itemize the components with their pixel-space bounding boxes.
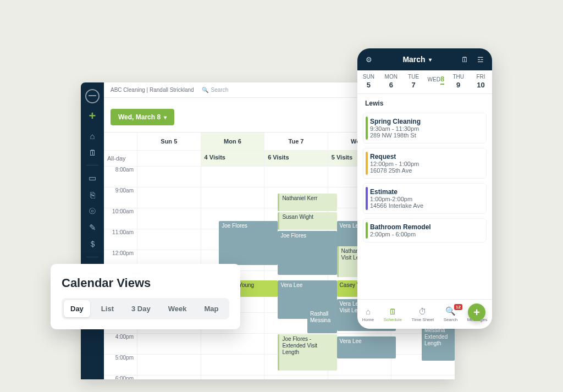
card-address: 14566 Interlake Ave (370, 202, 482, 209)
calendar-event[interactable]: Susan Wight (278, 212, 336, 230)
crumb-user: Randall Strickland (150, 87, 194, 93)
time-label: 10:00am (104, 208, 137, 229)
calendar-event[interactable]: Rashall Messina (307, 309, 337, 333)
view-option-list[interactable]: List (95, 300, 120, 317)
cell[interactable] (137, 354, 201, 375)
requests-icon[interactable]: ⎘ (86, 189, 98, 201)
cell[interactable] (264, 375, 328, 379)
col-header: Sun 5 (137, 132, 201, 150)
clients-icon[interactable]: ▭ (86, 172, 98, 184)
calendar-views-popover: Calendar Views DayList3 DayWeekMap (51, 264, 240, 329)
calendar-event[interactable]: Joe Flores (278, 231, 336, 275)
sidebar: + ⌂ 🗓 ▭ ⎘ ⦾ ✎ ＄ ▢ (81, 82, 104, 379)
day-cell[interactable]: SUN5 (357, 70, 380, 93)
date-picker-button[interactable]: Wed, March 8 ▾ (111, 109, 174, 125)
allday-cell[interactable] (137, 150, 201, 166)
cell[interactable] (201, 333, 264, 354)
card-address: 289 NW 198th St (370, 132, 482, 139)
search-input[interactable]: 🔍 Search (202, 87, 229, 93)
card-time: 2:00pm - 6:00pm (370, 231, 482, 238)
sidebar-separator (86, 165, 98, 165)
jobs-icon[interactable]: ✎ (86, 222, 98, 234)
home-icon: ⌂ (362, 307, 374, 316)
tab-schedule[interactable]: 🗓Schedule (384, 307, 402, 322)
calendar-icon[interactable]: 🗓 (86, 146, 98, 158)
day-cell[interactable]: TUE7 (402, 70, 425, 93)
schedule-list: Spring Cleaning9:30am - 11:30pm289 NW 19… (357, 113, 492, 299)
app-logo-icon (85, 89, 100, 103)
cell[interactable] (201, 354, 264, 375)
cell[interactable] (137, 229, 201, 250)
popover-title: Calendar Views (62, 276, 229, 290)
fab-add-button[interactable]: + (468, 303, 485, 321)
view-option-3-day[interactable]: 3 Day (125, 300, 157, 317)
view-option-week[interactable]: Week (162, 300, 194, 317)
time-sheet-icon: ⏱ (412, 307, 434, 316)
time-label: 5:00pm (104, 354, 137, 375)
crumb-company: ABC Cleaning (111, 87, 145, 93)
view-option-map[interactable]: Map (197, 300, 225, 317)
quotes-icon[interactable]: ⦾ (86, 205, 98, 217)
allday-cell[interactable]: 4 Visits (201, 150, 264, 166)
tab-time-sheet[interactable]: ⏱Time Sheet (412, 307, 434, 322)
cell[interactable] (391, 375, 455, 379)
cell[interactable] (201, 187, 264, 208)
day-cell[interactable]: MON6 (380, 70, 402, 93)
cell[interactable] (264, 166, 328, 187)
search-placeholder: Search (211, 87, 229, 93)
allday-cell[interactable]: 6 Visits (264, 150, 328, 166)
search-icon: 🔍 (202, 87, 208, 93)
view-segmented-control: DayList3 DayWeekMap (62, 298, 229, 319)
calendar-event[interactable]: Joe Flores (219, 221, 278, 265)
cell[interactable] (137, 166, 201, 187)
month-picker[interactable]: March ▾ (402, 55, 431, 64)
add-button[interactable]: + (81, 106, 104, 126)
person-name: Lewis (357, 94, 492, 113)
calendar-event[interactable]: Nathaniel Kerr (278, 194, 336, 211)
settings-icon[interactable]: ⚙ (364, 54, 374, 64)
calendar-icon[interactable]: 🗓 (460, 54, 470, 64)
cell[interactable] (201, 375, 264, 379)
schedule-card[interactable]: Spring Cleaning9:30am - 11:30pm289 NW 19… (363, 113, 487, 143)
mobile-app-mockup: ⚙ March ▾ 🗓 ☲ SUN5MON6TUE7WED8THU9FRI10 … (357, 48, 492, 329)
messages-badge: 12 (454, 304, 462, 310)
sidebar-nav: ⌂ 🗓 ▭ ⎘ ⦾ ✎ ＄ ▢ (86, 130, 98, 276)
sidebar-separator (86, 257, 98, 257)
card-time: 9:30am - 11:30pm (370, 125, 482, 132)
schedule-card[interactable]: Request12:00pm - 1:00pm16078 25th Ave (363, 148, 487, 179)
schedule-icon: 🗓 (384, 307, 402, 316)
col-header: Mon 6 (201, 132, 264, 150)
filter-icon[interactable]: ☲ (476, 54, 485, 64)
col-header: Tue 7 (264, 132, 328, 150)
date-label: Wed, March 8 (118, 113, 161, 121)
card-title: Spring Cleaning (370, 118, 482, 125)
cell[interactable] (137, 208, 201, 229)
chevron-down-icon: ▾ (429, 57, 432, 63)
time-label: 9:00am (104, 187, 137, 208)
mobile-topbar: ⚙ March ▾ 🗓 ☲ (357, 48, 492, 70)
cell[interactable] (137, 375, 201, 379)
calendar-event[interactable]: Joe Flores - Extended Visit Length (278, 334, 336, 371)
invoices-icon[interactable]: ＄ (86, 238, 98, 250)
month-label: March (402, 55, 425, 64)
card-time: 1:00pm-2:00pm (370, 196, 482, 202)
cell[interactable] (137, 333, 201, 354)
time-label: 6:00pm (104, 375, 137, 379)
day-cell[interactable]: FRI10 (470, 70, 492, 93)
day-cell[interactable]: WED8 (424, 70, 447, 93)
card-address: 16078 25th Ave (370, 167, 482, 174)
day-cell[interactable]: THU9 (447, 70, 470, 93)
cell[interactable] (137, 187, 201, 208)
cell[interactable] (328, 375, 391, 379)
schedule-card[interactable]: Estimate1:00pm-2:00pm14566 Interlake Ave (363, 183, 487, 214)
time-label: 4:00pm (104, 333, 137, 354)
allday-label: All-day (104, 150, 137, 166)
home-icon[interactable]: ⌂ (86, 130, 98, 142)
schedule-card[interactable]: Bathroom Remodel2:00pm - 6:00pm (363, 218, 487, 242)
cell[interactable] (201, 166, 264, 187)
view-option-day[interactable]: Day (64, 300, 90, 317)
tab-home[interactable]: ⌂Home (362, 307, 374, 322)
calendar-event[interactable]: Vera Lee (337, 336, 396, 358)
time-label: 11:00am (104, 229, 137, 250)
time-label: 8:00am (104, 166, 137, 187)
